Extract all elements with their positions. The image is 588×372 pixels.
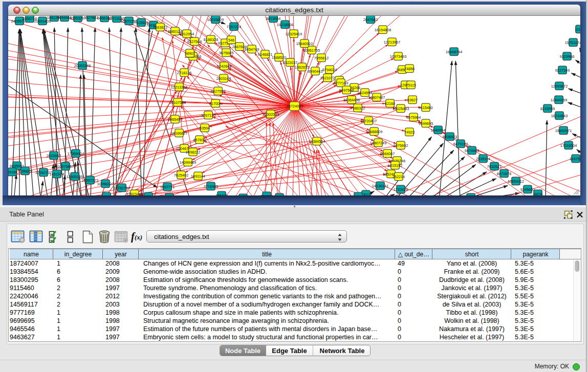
svg-text:417004: 417004: [209, 101, 222, 106]
svg-text:16782759: 16782759: [114, 186, 130, 190]
svg-text:9115460: 9115460: [419, 105, 433, 110]
svg-text:6794024: 6794024: [322, 68, 337, 72]
svg-text:1621072: 1621072: [320, 76, 335, 80]
svg-text:6479197: 6479197: [453, 142, 468, 146]
svg-text:9227349: 9227349: [555, 68, 570, 73]
svg-text:18807249: 18807249: [370, 141, 386, 145]
svg-text:15692971: 15692971: [555, 128, 572, 133]
svg-text:8322037: 8322037: [283, 60, 297, 65]
svg-text:1242344: 1242344: [141, 194, 156, 195]
svg-text:9146821: 9146821: [258, 52, 272, 57]
svg-text:1498222: 1498222: [186, 150, 200, 155]
svg-text:16033809: 16033809: [207, 17, 224, 22]
svg-text:1815152: 1815152: [388, 163, 402, 168]
svg-text:14136141: 14136141: [372, 184, 388, 188]
svg-text:1640954: 1640954: [431, 128, 445, 133]
svg-text:74850: 74850: [404, 67, 415, 71]
svg-text:3267130: 3267130: [201, 113, 215, 118]
svg-text:12923448: 12923448: [126, 192, 143, 195]
svg-text:10961755: 10961755: [303, 48, 320, 53]
svg-text:75115: 75115: [406, 83, 416, 87]
svg-text:15640910: 15640910: [296, 41, 313, 46]
svg-text:62160: 62160: [385, 101, 395, 106]
svg-text:10958107: 10958107: [97, 182, 114, 186]
svg-text:19218506: 19218506: [277, 23, 293, 27]
svg-text:1362615: 1362615: [295, 65, 309, 70]
svg-text:5905196: 5905196: [99, 194, 114, 195]
svg-text:546: 546: [228, 38, 234, 42]
svg-text:1527602: 1527602: [84, 16, 98, 20]
svg-text:3675685: 3675685: [219, 51, 233, 55]
svg-text:3624554: 3624554: [358, 91, 372, 95]
svg-text:1588520: 1588520: [272, 55, 286, 60]
svg-text:109738: 109738: [352, 194, 364, 195]
svg-text:2020657: 2020657: [47, 154, 61, 158]
svg-text:1975692: 1975692: [394, 143, 408, 148]
svg-text:21364436: 21364436: [343, 98, 360, 102]
svg-text:12505135: 12505135: [67, 174, 83, 179]
svg-text:10973493: 10973493: [390, 54, 406, 59]
svg-text:304112: 304112: [260, 194, 273, 195]
svg-text:8186328: 8186328: [204, 37, 218, 42]
svg-text:1156829: 1156829: [18, 169, 32, 173]
svg-text:9657771: 9657771: [160, 185, 175, 189]
svg-text:2718126: 2718126: [177, 71, 191, 75]
svg-text:8215955: 8215955: [540, 106, 555, 111]
svg-text:39154: 39154: [8, 170, 17, 174]
svg-text:16210643: 16210643: [551, 114, 568, 118]
svg-text:2687682: 2687682: [363, 17, 378, 22]
svg-text:10688609: 10688609: [366, 129, 382, 134]
svg-text:17359924: 17359924: [68, 151, 84, 156]
svg-text:1451974: 1451974: [50, 172, 64, 177]
svg-text:12444159: 12444159: [551, 98, 567, 102]
svg-text:53594: 53594: [200, 126, 210, 130]
svg-text:1691144: 1691144: [191, 174, 205, 179]
svg-text:9474444: 9474444: [465, 148, 479, 153]
svg-text:9474: 9474: [534, 192, 542, 195]
svg-text:(x): (x): [135, 233, 142, 241]
svg-text:3716485: 3716485: [204, 184, 218, 189]
svg-text:1965493: 1965493: [168, 117, 182, 122]
svg-text:10025483: 10025483: [393, 106, 409, 111]
svg-text:10807487: 10807487: [368, 95, 385, 100]
svg-text:17957223: 17957223: [82, 178, 98, 183]
svg-text:8427552: 8427552: [211, 89, 225, 94]
svg-text:765420: 765420: [215, 193, 228, 195]
svg-text:7955812: 7955812: [314, 56, 329, 60]
svg-text:11124: 11124: [575, 27, 580, 32]
svg-text:15720407: 15720407: [360, 119, 377, 123]
svg-text:17016504: 17016504: [560, 143, 577, 148]
svg-text:9777169: 9777169: [334, 81, 348, 85]
svg-text:8454749: 8454749: [245, 47, 259, 52]
svg-text:7986322: 7986322: [351, 106, 365, 111]
svg-text:9329966: 9329966: [560, 54, 574, 59]
svg-text:9699695: 9699695: [419, 121, 433, 126]
svg-text:116753: 116753: [570, 157, 580, 161]
svg-text:9245652: 9245652: [520, 187, 535, 192]
svg-text:10654112: 10654112: [508, 179, 524, 184]
svg-text:19384554: 19384554: [309, 139, 325, 144]
svg-text:857833: 857833: [193, 138, 206, 142]
svg-text:252214: 252214: [393, 174, 405, 179]
svg-text:8912954: 8912954: [180, 32, 194, 36]
svg-text:8990443: 8990443: [308, 69, 322, 74]
svg-text:12213369: 12213369: [171, 85, 187, 90]
svg-text:9242848: 9242848: [217, 64, 231, 69]
svg-text:53627: 53627: [407, 98, 418, 102]
svg-text:16107554: 16107554: [169, 100, 186, 105]
svg-text:16154808: 16154808: [375, 28, 391, 32]
svg-text:12213967: 12213967: [384, 40, 400, 45]
svg-text:9084067: 9084067: [380, 151, 395, 156]
svg-text:12093872: 12093872: [551, 84, 568, 89]
svg-text:1733426: 1733426: [394, 187, 408, 192]
svg-text:8813054: 8813054: [266, 16, 280, 21]
svg-text:9575964: 9575964: [406, 115, 421, 120]
svg-text:18724007: 18724007: [287, 104, 303, 108]
svg-text:8471676: 8471676: [497, 171, 511, 176]
svg-text:74923: 74923: [404, 130, 415, 135]
svg-text:7625402: 7625402: [174, 173, 188, 178]
svg-text:7357224: 7357224: [227, 25, 241, 29]
svg-text:25302033: 25302033: [263, 112, 279, 117]
svg-text:6497568: 6497568: [339, 88, 354, 93]
svg-text:7663822: 7663822: [153, 25, 167, 30]
